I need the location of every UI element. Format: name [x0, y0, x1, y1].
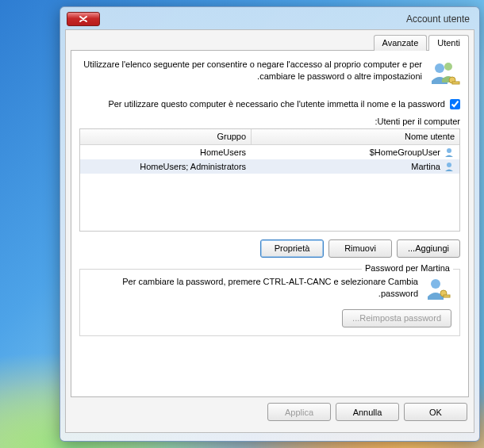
- row-group: HomeUsers: [80, 145, 251, 159]
- row-name: Martina: [411, 162, 440, 171]
- user-key-icon: [424, 276, 451, 303]
- ok-button[interactable]: OK: [404, 403, 467, 421]
- dialog-buttons: OK Annulla Applica: [71, 397, 469, 424]
- window-title: Account utente: [406, 13, 470, 25]
- properties-button[interactable]: Proprietà: [260, 239, 324, 258]
- description-text: Utilizzare l'elenco seguente per consent…: [79, 59, 422, 82]
- tab-strip: Utenti Avanzate: [73, 35, 469, 51]
- dialog-window: Account utente Utenti Avanzate: [60, 6, 480, 442]
- add-button[interactable]: Aggiungi...: [397, 239, 460, 258]
- user-icon: [444, 147, 455, 158]
- users-listview[interactable]: Nome utente Gruppo HomeGroupUser$ HomeUs…: [79, 128, 460, 232]
- row-group: HomeUsers; Administrators: [80, 159, 251, 174]
- reset-password-button[interactable]: Reimposta password...: [342, 309, 451, 327]
- close-icon: [79, 15, 88, 23]
- close-button[interactable]: [67, 12, 100, 26]
- password-instructions: Per cambiare la password, premere CTRL-A…: [88, 276, 418, 300]
- users-keys-icon: [428, 59, 460, 90]
- tab-advanced[interactable]: Avanzate: [374, 35, 428, 51]
- password-groupbox-title: Password per Martina: [362, 263, 453, 273]
- row-name: HomeGroupUser$: [370, 147, 440, 157]
- svg-rect-8: [444, 295, 450, 297]
- svg-point-4: [447, 148, 451, 153]
- require-credentials-label: Per utilizzare questo computer è necessa…: [108, 98, 445, 110]
- listview-header: Nome utente Gruppo: [80, 129, 459, 145]
- svg-point-6: [431, 279, 440, 289]
- remove-button[interactable]: Rimuovi: [328, 239, 392, 258]
- tab-users[interactable]: Utenti: [428, 35, 469, 51]
- user-icon: [444, 161, 455, 172]
- dialog-body: Utenti Avanzate Utilizzare l'elenco segu…: [65, 29, 474, 433]
- tab-panel-users: Utilizzare l'elenco seguente per consent…: [71, 50, 469, 397]
- column-group[interactable]: Gruppo: [80, 129, 251, 144]
- apply-button[interactable]: Applica: [267, 403, 331, 421]
- users-list-label: Utenti per il computer:: [79, 117, 460, 126]
- title-bar: Account utente: [65, 12, 474, 29]
- column-name[interactable]: Nome utente: [251, 129, 459, 144]
- svg-point-1: [444, 63, 452, 71]
- list-row[interactable]: HomeGroupUser$ HomeUsers: [80, 145, 459, 159]
- svg-rect-3: [452, 82, 459, 84]
- list-row[interactable]: Martina HomeUsers; Administrators: [80, 159, 459, 174]
- require-credentials-checkbox[interactable]: [450, 99, 460, 109]
- svg-point-0: [435, 63, 444, 73]
- password-groupbox: Password per Martina Per cambiare la pas…: [79, 269, 460, 336]
- svg-point-5: [447, 163, 451, 167]
- cancel-button[interactable]: Annulla: [336, 403, 399, 421]
